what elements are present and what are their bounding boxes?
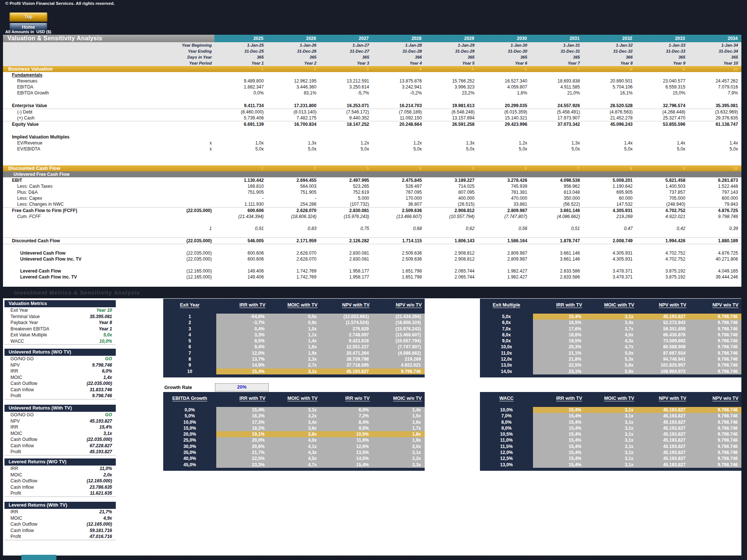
sheet-cell: 5.000 [320, 195, 372, 201]
ebitda-growth-sensitivity-table: EBITDA GrowthIRR with TVMOIC with TVIRR … [163, 392, 425, 471]
sens-row: 10,0%17,3%3,4x8,4%1,6x [163, 419, 425, 425]
sens-cell: 9,4% [216, 344, 269, 350]
sheet-cell: 13.157.894 [425, 115, 478, 121]
sheet-cell: (10.557.794) [425, 214, 478, 220]
panel-label: Profit [10, 449, 21, 455]
sheet-cell: 40.271.806 [689, 256, 741, 262]
sheet-cell [478, 72, 530, 78]
year-header-cell: 2032 [583, 35, 636, 42]
sheet-cell: 3.996.323 [425, 84, 478, 90]
year0-cell: (22.035.000) [171, 256, 214, 262]
sheet-cell: (107.732) [320, 201, 372, 207]
sens-value-header: NPV with TV [320, 301, 373, 309]
sheet-cell: 25.327.470 [636, 115, 689, 121]
sheet-cell: 714.025 [425, 183, 478, 189]
year-header-row: 2025202620272028202920302031203220332034 [214, 35, 741, 42]
panel-label: MOIC [10, 430, 22, 437]
sheet-cell: 737.857 [636, 189, 689, 195]
sens-row-label: 13,0x [480, 362, 533, 368]
sens-cell: 2.748.097 [320, 332, 373, 338]
sheet-cell: 15.766.252 [425, 78, 478, 84]
year-header-cell: 2034 [689, 35, 741, 42]
growth-rate-input[interactable]: 20% [215, 383, 269, 391]
sheet-cell: 4.305.931 [583, 256, 636, 262]
sheet-cell: 3.875.192 [636, 274, 689, 280]
sens-row-label: 2 [163, 320, 216, 326]
timeline-cell: 366 [372, 54, 425, 60]
sheet-cell: 0,62 [425, 225, 478, 231]
sheet-cell: 254.286 [267, 201, 320, 207]
year-header-cell: 2033 [636, 35, 689, 42]
panel-title-unlevered-returns-with-tv: Unlevered Returns (With TV) [4, 405, 116, 412]
panel-value[interactable]: 5,0x [103, 332, 112, 338]
sheet-spacer-row [3, 127, 741, 134]
sens-cell: (7.747.807) [373, 344, 425, 350]
sheet-cell: - [214, 195, 267, 201]
sheet-cell: 4.911.585 [531, 84, 583, 90]
sens-cell: 11,6% [320, 437, 373, 443]
amounts-note: All Amounts in USD ($) [5, 29, 51, 34]
sheet-cell: 4.702.752 [636, 256, 689, 262]
sheet-cell [478, 134, 530, 140]
sens-cell: 4,7x [585, 344, 638, 350]
sheet-cell: 0,91 [214, 225, 267, 231]
panel-row: Profit47.016.716 [4, 533, 116, 540]
sheet-row: Discounted Cash Flow(22.035.000)546.0052… [3, 237, 741, 244]
ghost-period-number: 6 [478, 66, 530, 72]
panel-row: IRR15,4% [4, 424, 116, 430]
sheet-cell: 1,2x [372, 140, 425, 146]
sheet-cell: 5,0x [372, 146, 425, 152]
sheet-cell: 2.809.987 [478, 250, 530, 256]
sheet-cell: (4.086.662) [531, 214, 583, 220]
timeline-cell: 365 [425, 54, 478, 60]
panel-row: Cash Outflow(12.165.000) [4, 521, 116, 528]
sheet-cell: 1.982.427 [478, 274, 530, 280]
panel-value: (12.165.000) [87, 521, 112, 528]
sheet-spacer-row [3, 152, 741, 165]
sens-row-label: 30,0% [163, 444, 216, 449]
sheet-cell: 16.253.071 [320, 103, 372, 109]
sheet-cell: 1,4x [583, 140, 636, 146]
sheet-cell: 2.628.070 [267, 256, 320, 262]
sheet-cell: 1.714.115 [372, 238, 425, 244]
sens-cell: 15,4% [320, 462, 373, 468]
sens-row-label: 1 [163, 314, 216, 320]
sheet-cell: 17.231.800 [267, 103, 320, 109]
sens-cell: 9.423.818 [320, 338, 373, 344]
ghost-period-number: 3 [320, 165, 372, 171]
sens-row-label: 8,0x [480, 332, 533, 338]
sens-cell: 13,7% [216, 356, 269, 362]
year0-cell [171, 195, 214, 201]
sheet-row: Levered Cash Flow inc. TV(12.165.000)149… [3, 274, 741, 280]
sens-cell: 5,6x [585, 362, 638, 368]
sens-cell: 1,5x [373, 413, 425, 419]
sheet-tab-strip[interactable] [21, 555, 56, 560]
sens-cell: 15,4% [533, 425, 585, 431]
sheet-cell: (18.806.324) [267, 214, 320, 220]
sens-row-label: 5,0x [480, 314, 533, 320]
sens-cell: 1,4x [373, 407, 425, 413]
sheet-cell [320, 72, 372, 78]
sheet-cell: 600.606 [214, 208, 267, 214]
panel-row: Profit9.798.746 [4, 393, 116, 399]
sheet-cell: 400.000 [425, 195, 478, 201]
sheet-cell: 1.742.769 [267, 274, 320, 280]
sens-cell: 0,5x [269, 314, 321, 320]
panel-value[interactable]: 10,0% [99, 338, 112, 345]
sheet-cell: 0,51 [531, 225, 583, 231]
sens-cell: 52.272.843 [637, 320, 689, 326]
sens-row: 58,5%1,4x9.423.818(10.557.794) [163, 338, 425, 344]
panel-value[interactable]: GO [105, 412, 112, 418]
sens-cell: 6,0% [320, 407, 373, 413]
panel-value[interactable]: GO [105, 356, 112, 362]
sheet-row: Fundamentals [3, 72, 741, 78]
sens-row-label: 20,0% [163, 431, 216, 437]
top-button[interactable]: Top [9, 12, 47, 22]
sens-cell: 9.798.746 [689, 455, 742, 461]
panel-value: 47.016.716 [90, 533, 112, 540]
sens-cell: 4,7x [269, 462, 321, 468]
panel-value[interactable]: Year 10 [96, 307, 112, 314]
sens-cell: 45.193.827 [637, 314, 689, 320]
sheet-row: (-) Debt(8.460.000)(8.013.140)(7.546.172… [3, 109, 741, 115]
sens-row: 1-54,6%0,5x(12.022.661)(21.434.394) [163, 314, 425, 320]
